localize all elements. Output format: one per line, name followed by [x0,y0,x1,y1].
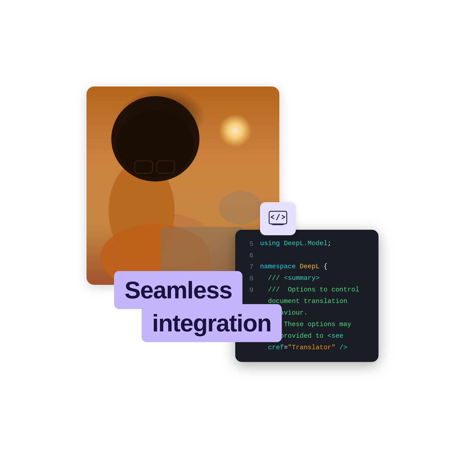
line-number: 5 [244,238,253,250]
main-scene: 5using DeepL.Model;67namespace DeepL {8 … [86,86,390,390]
line-number: 7 [244,261,253,273]
code-line: cref="Translator" /> [238,342,376,354]
code-token: DeepL [300,263,320,270]
code-token: { [320,263,328,270]
label-integration: integration [142,304,282,342]
line-number: 8 [244,273,253,284]
line-number [244,296,253,296]
code-token: /> [336,344,347,351]
code-token: /// [260,274,284,282]
code-token: <summary> [284,274,320,282]
svg-rect-8 [161,227,244,277]
line-number [244,342,253,343]
code-panel: 5using DeepL.Model;67namespace DeepL {8 … [235,230,378,362]
code-token: ; [328,240,331,247]
line-code: cref="Translator" /> [260,342,370,353]
svg-line-11 [277,214,279,220]
code-icon-box [260,202,296,235]
line-code: using DeepL.Model; [260,238,370,249]
code-line: 6 [238,250,376,261]
code-token: cref [260,344,284,351]
code-token: = [284,344,288,351]
code-line: 8 /// <summary> [238,273,376,284]
code-line: 9 /// Options to control [238,284,376,296]
line-code: /// Options to control [260,284,370,295]
code-line: 5using DeepL.Model; [238,238,376,250]
code-token: using [260,240,284,247]
code-token: namespace [260,263,300,270]
code-token: "Translator" [288,344,336,351]
code-editor-icon [268,210,288,227]
code-token: /// [260,286,288,293]
label-seamless: Seamless [114,271,242,309]
line-code: namespace DeepL { [260,261,370,272]
code-token: Options to control [288,286,359,293]
line-number: 6 [244,250,253,261]
line-number: 9 [244,284,253,296]
code-token: <see [328,332,344,340]
code-token: document translation [260,298,347,305]
line-code: /// <summary> [260,273,370,284]
svg-point-4 [117,111,194,177]
svg-point-9 [219,191,263,224]
code-line: 7namespace DeepL { [238,261,376,273]
code-token: DeepL.Model [284,240,327,247]
